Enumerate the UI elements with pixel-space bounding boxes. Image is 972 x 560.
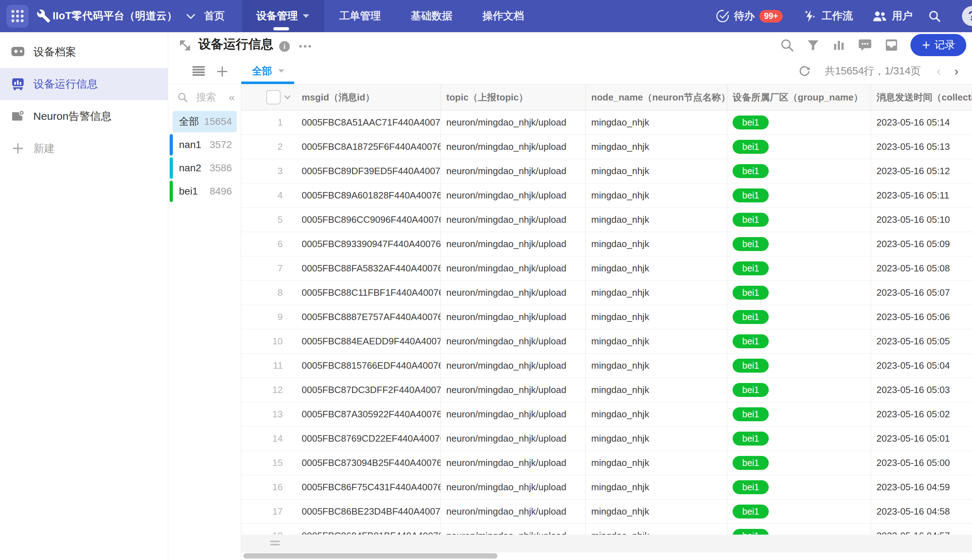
nav-caret-down-icon [302,13,310,19]
cell-time: 2023-05-16 05:06 [871,305,972,329]
table-row[interactable]: 14 0005FBC8769CD22EF440A40076 neuron/min… [241,427,972,451]
row-number: 8 [241,281,293,305]
global-search-button[interactable] [928,9,941,23]
group-item[interactable]: nan2 3586 [172,157,237,179]
nav-item-device-mgmt[interactable]: 设备管理 [242,0,324,32]
table-row[interactable]: 2 0005FBC8A18725F6F440A40076 neuron/ming… [241,135,972,159]
cell-msgid: 0005FBC8A51AAC71F440A40076 [293,110,441,135]
workflow-button[interactable]: 工作流 [803,9,853,23]
cell-group: bei1 [727,305,871,329]
summary-band [241,535,972,552]
group-item[interactable]: bei1 8496 [172,181,237,202]
horizontal-scrollbar[interactable] [243,553,498,558]
cell-node: mingdao_nhjk [586,159,727,183]
col-header-time[interactable]: 消息发送时间（collecti [871,84,972,110]
cell-group: bei1 [727,402,871,426]
todo-button[interactable]: 待办 99+ [716,9,783,23]
cell-topic: neuron/mingdao_nhjk/upload [441,500,586,523]
filter-icon[interactable] [806,38,820,52]
topbar: IIoT零代码平台（明道云） 首页 设备管理 工单管理 基础数据 操作文档 待办… [0,0,972,32]
apps-grid-button[interactable] [7,5,28,28]
sidebar-new-button[interactable]: 新建 [0,132,168,165]
nav-item-home[interactable]: 首页 [191,0,238,32]
table-row[interactable]: 10 0005FBC884EAEDD9F440A40076 neuron/min… [241,329,972,354]
table-row[interactable]: 13 0005FBC87A305922F440A40076 neuron/min… [241,402,972,427]
table-row[interactable]: 16 0005FBC86F75C431F440A40076 neuron/min… [241,475,972,500]
app-title[interactable]: IIoT零代码平台（明道云） [53,0,177,32]
table-row[interactable]: 5 0005FBC896CC9096F440A40076 neuron/ming… [241,208,972,232]
help-button[interactable]: ? [962,6,972,26]
plus-icon [922,40,931,50]
cell-node: mingdao_nhjk [586,208,727,232]
view-list-icon[interactable] [192,66,205,77]
sidebar-item-device-archive[interactable]: 设备档案 [0,36,168,68]
row-number: 17 [241,500,293,523]
table-row[interactable]: 15 0005FBC873094B25F440A40076 neuron/min… [241,451,972,475]
cell-group: bei1 [727,232,871,256]
cell-msgid: 0005FBC86F75C431F440A40076 [293,475,441,499]
summary-handle-icon[interactable] [270,541,280,547]
chart-icon[interactable] [832,38,846,52]
row-number: 6 [241,232,293,256]
next-page-button[interactable]: › [954,64,959,78]
table-row[interactable]: 6 0005FBC893390947F440A40076 neuron/ming… [241,232,972,257]
chart-board-icon [12,78,24,90]
col-header-topic[interactable]: topic（上报topic） [441,84,586,110]
table-row[interactable]: 12 0005FBC87DC3DFF2F440A40076 neuron/min… [241,378,972,402]
sidebar-item-device-runtime[interactable]: 设备运行信息 [0,68,168,100]
col-header-msgid[interactable]: msgid（消息id） [293,84,441,110]
table-row[interactable]: 11 0005FBC8815766EDF440A40076 neuron/min… [241,354,972,378]
info-icon[interactable]: i [279,41,290,52]
select-all-checkbox[interactable] [266,90,281,104]
group-pill: bei1 [733,310,769,324]
group-search-placeholder[interactable]: 搜索 [196,90,216,104]
expand-icon[interactable] [177,38,192,53]
refresh-icon[interactable] [798,65,811,78]
table-row[interactable]: 9 0005FBC8887E757AF440A40076 neuron/ming… [241,305,972,329]
table-row[interactable]: 3 0005FBC89DF39ED5F440A40076 neuron/ming… [241,159,972,183]
table-row[interactable]: 7 0005FBC88FA5832AF440A40076 neuron/ming… [241,257,972,281]
table-row[interactable]: 17 0005FBC86BE23D4BF440A40076 neuron/min… [241,500,972,524]
group-pill: bei1 [733,164,769,178]
group-color-bar [170,157,173,179]
cell-group: bei1 [727,281,871,305]
group-pill: bei1 [733,115,769,130]
checkbox-chevron-icon[interactable] [284,95,291,99]
cell-topic: neuron/mingdao_nhjk/upload [441,183,586,207]
todo-check-circle-icon [716,9,729,23]
prev-page-button[interactable]: ‹ [937,64,940,78]
group-item[interactable]: 全部 15654 [172,111,237,132]
comment-icon[interactable] [857,38,872,53]
group-item[interactable]: nan1 3572 [172,134,237,155]
view-tab-all[interactable]: 全部 [241,58,296,84]
cell-group: bei1 [727,135,871,159]
inbox-icon[interactable] [884,38,899,53]
nav-item-docs[interactable]: 操作文档 [468,0,539,32]
panel-collapse-icon[interactable]: « [229,91,235,103]
sidebar-item-neuron-alerts[interactable]: Neuron告警信息 [0,100,168,132]
apps-grid-icon [11,9,24,23]
nav-item-basicdata[interactable]: 基础数据 [396,0,468,32]
todo-badge: 99+ [760,10,783,23]
cell-msgid: 0005FBC8A18725F6F440A40076 [293,135,441,159]
cell-time: 2023-05-16 05:03 [871,378,972,402]
col-header-node[interactable]: node_name（neuron节点名称） [586,84,727,110]
cell-time: 2023-05-16 05:13 [871,135,972,159]
cell-node: mingdao_nhjk [586,451,727,475]
users-button[interactable]: 用户 [872,9,913,23]
table-search-icon[interactable] [780,38,795,53]
add-view-icon[interactable] [217,66,228,77]
group-search-icon[interactable] [177,92,188,103]
cell-time: 2023-05-16 05:11 [871,183,972,207]
users-icon [872,9,887,23]
nav-item-workorder[interactable]: 工单管理 [324,0,396,32]
table-row[interactable]: 8 0005FBC88C11FBF1F440A40076 neuron/ming… [241,281,972,305]
table-row[interactable]: 4 0005FBC89A601828F440A40076 neuron/ming… [241,183,972,208]
table-row[interactable]: 1 0005FBC8A51AAC71F440A40076 neuron/ming… [241,110,972,135]
add-record-button[interactable]: 记录 [910,34,966,56]
col-header-group[interactable]: 设备所属厂区（group_name） [727,84,871,110]
more-menu-icon[interactable] [299,45,311,48]
tab-caret-down-icon [278,69,285,74]
cell-time: 2023-05-16 05:00 [871,451,972,475]
workflow-bolt-icon [803,9,817,23]
